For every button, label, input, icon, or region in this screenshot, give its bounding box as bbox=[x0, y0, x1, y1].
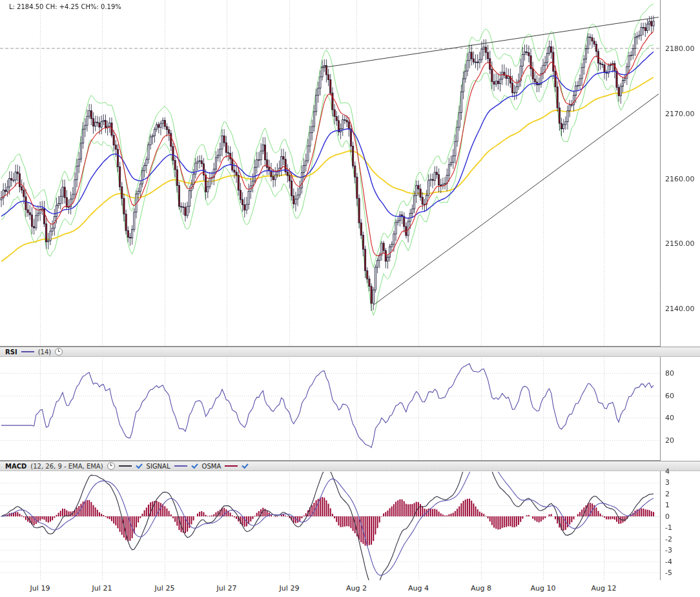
macd-line-sample bbox=[119, 465, 132, 467]
macd-axis[interactable]: 4 3 2 1 0 -1 -2 -3 -4 -5 bbox=[663, 0, 700, 581]
date-tick-label: Aug 2 bbox=[340, 584, 373, 592]
date-tick-label: Aug 8 bbox=[465, 584, 497, 592]
date-tick-label: Aug 4 bbox=[402, 584, 435, 592]
date-tick-label: Jul 19 bbox=[24, 584, 56, 592]
macd-tick-label: -3 bbox=[665, 546, 672, 554]
chart-canvas[interactable] bbox=[0, 0, 700, 597]
macd-tick-label: -5 bbox=[665, 569, 672, 577]
osma-visibility-checkbox[interactable] bbox=[242, 461, 248, 469]
last-price-readout: L: 2184.50 CH: +4.25 CH%: 0.19% bbox=[9, 3, 121, 10]
date-tick-label: Aug 10 bbox=[527, 584, 559, 592]
indicator-clock-icon[interactable] bbox=[107, 462, 115, 470]
macd-tick-label: 2 bbox=[665, 490, 670, 498]
date-tick-label: Jul 29 bbox=[273, 584, 305, 592]
macd-tick-label: 4 bbox=[665, 467, 670, 476]
macd-tick-label: -4 bbox=[665, 558, 672, 566]
macd-tick-label: 0 bbox=[665, 512, 670, 521]
osma-line-sample bbox=[225, 465, 238, 467]
macd-tick-label: -1 bbox=[665, 523, 672, 532]
date-tick-label: Aug 12 bbox=[588, 584, 620, 592]
macd-params: (12, 26, 9 - EMA, EMA) bbox=[30, 463, 103, 470]
rsi-panel-header: RSI (14) bbox=[0, 347, 700, 357]
signal-legend-label: SIGNAL bbox=[147, 463, 170, 470]
rsi-title: RSI bbox=[5, 349, 17, 356]
rsi-line-sample bbox=[21, 351, 34, 352]
time-axis[interactable]: Jul 19 Jul 21 Jul 25 Jul 27 Jul 29 Aug 2… bbox=[0, 580, 700, 597]
rsi-params: (14) bbox=[38, 349, 52, 356]
date-tick-label: Jul 27 bbox=[211, 584, 243, 592]
macd-visibility-checkbox[interactable] bbox=[136, 461, 142, 469]
date-tick-label: Jul 25 bbox=[149, 584, 181, 592]
signal-line-sample bbox=[174, 465, 187, 467]
macd-tick-label: 1 bbox=[665, 501, 670, 509]
macd-panel-header: MACD (12, 26, 9 - EMA, EMA) SIGNAL OSMA bbox=[0, 461, 700, 471]
trading-chart-window: L: 2184.50 CH: +4.25 CH%: 0.19% RSI (14)… bbox=[0, 0, 700, 597]
signal-visibility-checkbox[interactable] bbox=[191, 461, 198, 469]
macd-tick-label: 3 bbox=[665, 478, 670, 487]
macd-tick-label: -2 bbox=[665, 535, 672, 543]
macd-title: MACD bbox=[5, 463, 26, 470]
osma-legend-label: OSMA bbox=[202, 463, 221, 470]
indicator-clock-icon[interactable] bbox=[55, 348, 63, 356]
date-tick-label: Jul 21 bbox=[86, 584, 118, 592]
